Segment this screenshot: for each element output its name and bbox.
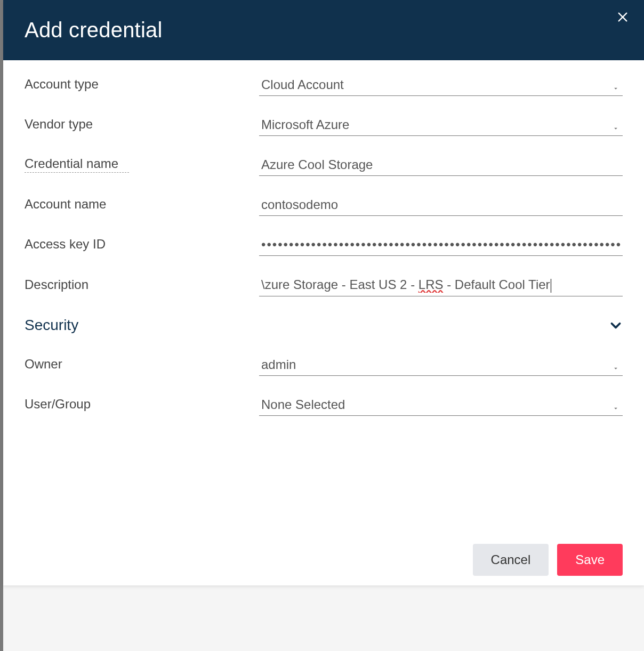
select-vendor-type-value: Microsoft Azure (259, 116, 612, 132)
chevron-down-icon (612, 365, 623, 372)
row-owner: Owner admin (25, 356, 623, 376)
section-security-title: Security (25, 317, 78, 334)
label-account-name: Account name (25, 197, 259, 216)
cancel-button[interactable]: Cancel (473, 544, 549, 576)
label-access-key-id: Access key ID (25, 237, 259, 256)
save-button[interactable]: Save (557, 544, 623, 576)
row-account-name: Account name (25, 196, 623, 216)
close-icon (617, 11, 629, 23)
row-account-type: Account type Cloud Account (25, 76, 623, 96)
label-wrap-credential-name: Credential name (25, 156, 259, 176)
label-credential-name: Credential name (25, 156, 129, 173)
input-wrap-account-name (259, 196, 623, 216)
row-description: Description \zure Storage - East US 2 - … (25, 276, 623, 296)
input-description[interactable]: \zure Storage - East US 2 - LRS - Defaul… (259, 276, 623, 293)
select-account-type[interactable]: Cloud Account (259, 76, 623, 96)
chevron-down-icon (612, 85, 623, 92)
description-text-part2: - Default Cool Tier (443, 277, 550, 292)
select-vendor-type[interactable]: Microsoft Azure (259, 116, 623, 136)
input-wrap-credential-name (259, 156, 623, 176)
select-account-type-value: Cloud Account (259, 76, 612, 92)
select-owner[interactable]: admin (259, 356, 623, 376)
close-button[interactable] (613, 7, 632, 27)
label-vendor-type: Vendor type (25, 117, 259, 136)
label-owner: Owner (25, 357, 259, 376)
label-account-type: Account type (25, 77, 259, 96)
input-wrap-description[interactable]: \zure Storage - East US 2 - LRS - Defaul… (259, 276, 623, 296)
add-credential-modal: Add credential Account type Cloud Accoun… (3, 0, 644, 585)
select-owner-value: admin (259, 356, 612, 372)
chevron-down-icon (609, 318, 623, 332)
modal-title: Add credential (25, 18, 163, 42)
select-user-group[interactable]: None Selected (259, 396, 623, 416)
description-text-part1: \zure Storage - East US 2 - (261, 277, 418, 292)
text-cursor (551, 279, 551, 293)
modal-footer: Cancel Save (3, 534, 644, 585)
input-access-key-id[interactable] (259, 236, 623, 252)
label-user-group: User/Group (25, 397, 259, 416)
chevron-down-icon (612, 405, 623, 412)
input-credential-name[interactable] (259, 156, 623, 172)
label-description: Description (25, 277, 259, 296)
modal-body: Account type Cloud Account Vendor type M… (3, 60, 644, 534)
row-credential-name: Credential name (25, 156, 623, 176)
input-account-name[interactable] (259, 196, 623, 212)
row-user-group: User/Group None Selected (25, 396, 623, 416)
input-wrap-access-key-id (259, 236, 623, 256)
row-vendor-type: Vendor type Microsoft Azure (25, 116, 623, 136)
chevron-down-icon (612, 125, 623, 132)
row-access-key-id: Access key ID (25, 236, 623, 256)
description-spell-error: LRS (418, 277, 444, 292)
section-security-toggle[interactable]: Security (25, 317, 623, 334)
select-user-group-value: None Selected (259, 396, 612, 412)
modal-header: Add credential (3, 0, 644, 60)
